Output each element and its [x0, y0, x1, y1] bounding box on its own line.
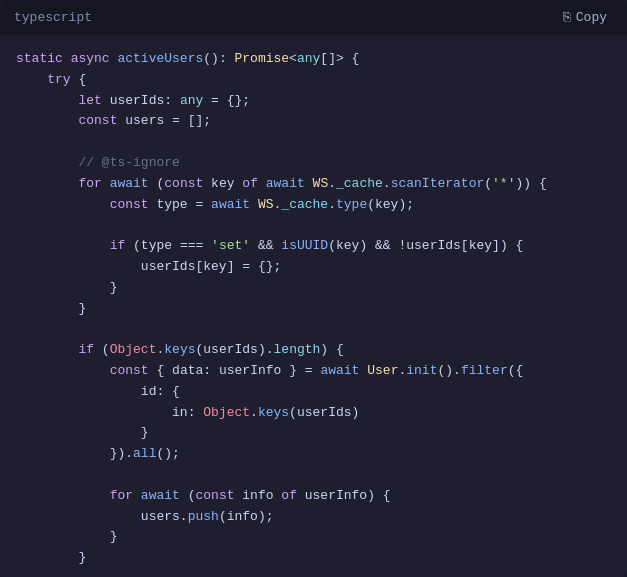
code-body: static async activeUsers(): Promise<any[…: [0, 35, 627, 577]
code-line: }: [16, 278, 611, 299]
language-label: typescript: [14, 10, 92, 25]
code-line: let userIds: any = {};: [16, 91, 611, 112]
code-line: users.push(info);: [16, 507, 611, 528]
code-line: }: [16, 423, 611, 444]
copy-label: Copy: [576, 10, 607, 25]
code-line: if (Object.keys(userIds).length) {: [16, 340, 611, 361]
code-line: }: [16, 527, 611, 548]
code-header: typescript ⎘ Copy: [0, 0, 627, 35]
code-line: try {: [16, 70, 611, 91]
code-line: [16, 215, 611, 236]
code-line: static async activeUsers(): Promise<any[…: [16, 49, 611, 70]
code-line: [16, 569, 611, 577]
code-line: const type = await WS._cache.type(key);: [16, 195, 611, 216]
code-line: [16, 319, 611, 340]
code-line: for await (const key of await WS._cache.…: [16, 174, 611, 195]
code-line: for await (const info of userInfo) {: [16, 486, 611, 507]
code-line: userIds[key] = {};: [16, 257, 611, 278]
code-line: const { data: userInfo } = await User.in…: [16, 361, 611, 382]
code-line: }).all();: [16, 444, 611, 465]
code-line: [16, 132, 611, 153]
code-line: }: [16, 299, 611, 320]
code-block: typescript ⎘ Copy static async activeUse…: [0, 0, 627, 577]
code-line: const users = [];: [16, 111, 611, 132]
code-line: // @ts-ignore: [16, 153, 611, 174]
code-line: [16, 465, 611, 486]
code-line: if (type === 'set' && isUUID(key) && !us…: [16, 236, 611, 257]
code-line: }: [16, 548, 611, 569]
code-line: in: Object.keys(userIds): [16, 403, 611, 424]
code-line: id: {: [16, 382, 611, 403]
copy-button[interactable]: ⎘ Copy: [557, 8, 613, 27]
copy-icon: ⎘: [563, 10, 571, 25]
